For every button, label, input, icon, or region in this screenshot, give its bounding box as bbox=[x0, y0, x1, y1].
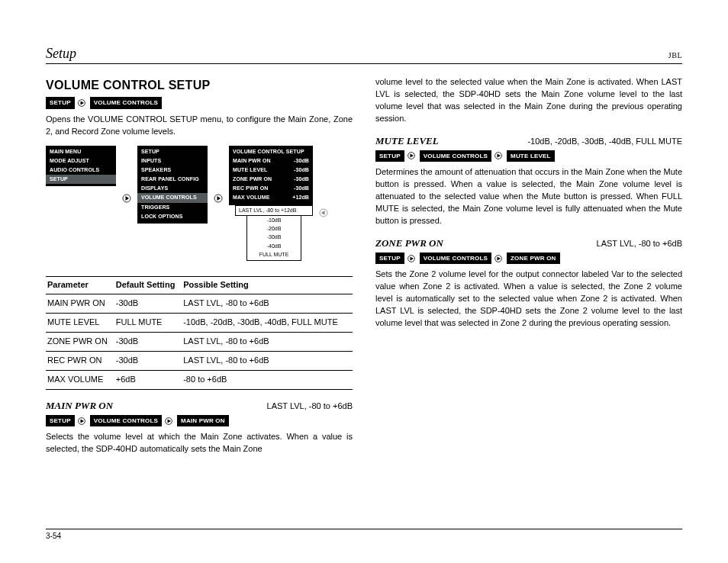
breadcrumb: SETUP VOLUME CONTROLS bbox=[46, 97, 353, 109]
page-title: VOLUME CONTROL SETUP bbox=[46, 76, 353, 94]
menu-volume-control-setup: VOLUME CONTROL SETUP MAIN PWR ON-30dB MU… bbox=[229, 146, 313, 205]
range-mute-level: -10dB, -20dB, -30dB, -40dB, FULL MUTE bbox=[527, 136, 682, 148]
heading-zone-pwr-on: ZONE PWR ON bbox=[375, 236, 443, 251]
th-default: Default Setting bbox=[114, 277, 182, 294]
dropdown-options: -10dB -20dB -30dB -40dB FULL MUTE bbox=[246, 216, 301, 262]
svg-marker-9 bbox=[80, 419, 84, 423]
arrow-right-icon bbox=[214, 194, 223, 207]
dropdown-selected: LAST LVL, -80 to +12dB bbox=[235, 205, 313, 216]
menu-diagram: MAIN MENU MODE ADJUST AUDIO CONTROLS SET… bbox=[46, 146, 353, 262]
chevron-right-icon bbox=[494, 255, 504, 262]
table-row: ZONE PWR ON-30dBLAST LVL, -80 to +6dB bbox=[46, 333, 353, 352]
chevron-right-icon bbox=[78, 99, 87, 107]
th-possible: Possible Setting bbox=[182, 277, 353, 294]
crumb-volume-controls: VOLUME CONTROLS bbox=[90, 97, 162, 109]
breadcrumb-zone-pwr-on: SETUP VOLUME CONTROLS ZONE PWR ON bbox=[375, 253, 682, 265]
chevron-right-icon bbox=[78, 417, 87, 425]
heading-main-pwr-on: MAIN PWR ON bbox=[46, 399, 113, 413]
svg-marker-11 bbox=[168, 419, 172, 423]
chevron-right-icon bbox=[407, 255, 417, 262]
breadcrumb-mute-level: SETUP VOLUME CONTROLS MUTE LEVEL bbox=[375, 150, 682, 162]
chevron-right-icon bbox=[165, 417, 174, 425]
range-zone-pwr-on: LAST LVL, -80 to +6dB bbox=[597, 238, 682, 250]
table-row: MAX VOLUME+6dB-80 to +6dB bbox=[46, 371, 353, 390]
menu-setup: SETUP INPUTS SPEAKERS REAR PANEL CONFIG … bbox=[137, 146, 208, 224]
brand-label: JBL bbox=[668, 51, 682, 60]
th-parameter: Parameter bbox=[46, 277, 114, 294]
text-main-pwr-on-b: volume level to the selected value when … bbox=[375, 76, 682, 125]
dropdown: LAST LVL, -80 to +12dB -10dB -20dB -30dB… bbox=[235, 205, 313, 262]
page-number: 3-54 bbox=[46, 532, 61, 540]
text-main-pwr-on-a: Selects the volume level at which the Ma… bbox=[46, 431, 353, 455]
svg-marker-17 bbox=[410, 256, 414, 260]
table-row: MAIN PWR ON-30dBLAST LVL, -80 to +6dB bbox=[46, 294, 353, 314]
svg-marker-3 bbox=[126, 196, 130, 201]
chevron-right-icon bbox=[494, 152, 504, 159]
right-column: volume level to the selected value when … bbox=[375, 76, 682, 463]
intro-text: Opens the VOLUME CONTROL SETUP menu, to … bbox=[46, 114, 353, 138]
svg-marker-7 bbox=[321, 211, 325, 215]
range-main-pwr-on: LAST LVL, -80 to +6dB bbox=[267, 401, 353, 413]
menu-main: MAIN MENU MODE ADJUST AUDIO CONTROLS SET… bbox=[46, 146, 116, 187]
svg-marker-5 bbox=[217, 196, 221, 201]
svg-marker-15 bbox=[498, 154, 501, 158]
svg-marker-19 bbox=[498, 256, 501, 260]
arrow-right-icon bbox=[122, 194, 131, 207]
svg-marker-1 bbox=[80, 101, 84, 105]
text-zone-pwr-on: Sets the Zone 2 volume level for the out… bbox=[375, 269, 682, 330]
table-row: MUTE LEVELFULL MUTE-10dB, -20dB, -30dB, … bbox=[46, 314, 353, 333]
table-row: REC PWR ON-30dBLAST LVL, -80 to +6dB bbox=[46, 352, 353, 371]
section-title: Setup bbox=[46, 46, 76, 62]
crumb-setup: SETUP bbox=[46, 97, 75, 109]
page-footer: 3-54 bbox=[46, 529, 682, 540]
parameter-table: Parameter Default Setting Possible Setti… bbox=[46, 276, 353, 390]
breadcrumb-main-pwr-on: SETUP VOLUME CONTROLS MAIN PWR ON bbox=[46, 415, 353, 427]
heading-mute-level: MUTE LEVEL bbox=[375, 134, 439, 149]
left-column: VOLUME CONTROL SETUP SETUP VOLUME CONTRO… bbox=[46, 76, 353, 463]
svg-marker-13 bbox=[410, 154, 414, 158]
text-mute-level: Determines the amount of attenuation tha… bbox=[375, 166, 682, 227]
page-header: Setup JBL bbox=[46, 46, 682, 64]
arrow-left-icon bbox=[319, 208, 328, 221]
chevron-right-icon bbox=[407, 152, 417, 159]
